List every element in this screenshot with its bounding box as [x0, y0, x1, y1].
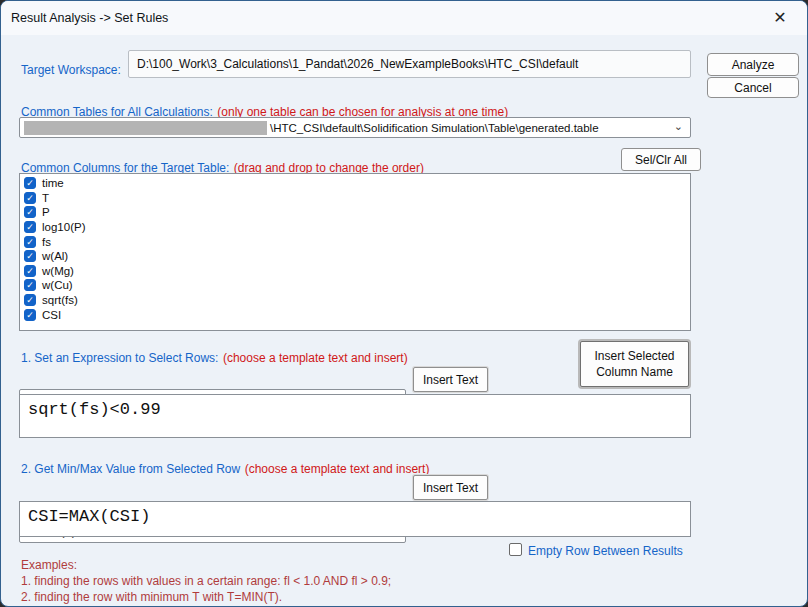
expr2-label: 2. Get Min/Max Value from Selected Row [21, 462, 240, 476]
column-checkbox-checked[interactable]: ✓ [24, 206, 36, 218]
cancel-button[interactable]: Cancel [707, 77, 799, 98]
empty-row-label: Empty Row Between Results [528, 544, 683, 558]
column-label: w(Al) [42, 250, 68, 262]
expr2-header: 2. Get Min/Max Value from Selected Row (… [21, 459, 581, 477]
column-checkbox-checked[interactable]: ✓ [24, 221, 36, 233]
column-label: log10(P) [42, 221, 85, 233]
dialog-title: Result Analysis -> Set Rules [1, 11, 168, 25]
expr1-header: 1. Set an Expression to Select Rows: (ch… [21, 348, 581, 366]
column-checkbox-checked[interactable]: ✓ [24, 236, 36, 248]
column-checkbox-checked[interactable]: ✓ [24, 309, 36, 321]
column-checkbox-checked[interactable]: ✓ [24, 192, 36, 204]
column-checkbox-checked[interactable]: ✓ [24, 294, 36, 306]
expr1-textarea[interactable]: sqrt(fs)<0.99 [19, 394, 691, 438]
column-row[interactable]: ✓P [20, 205, 690, 220]
example-line-2: 2. finding the row with minimum T with T… [21, 590, 282, 604]
column-checkbox-checked[interactable]: ✓ [24, 265, 36, 277]
column-label: time [42, 177, 64, 189]
columns-listbox[interactable]: ✓time✓T✓P✓log10(P)✓fs✓w(Al)✓w(Mg)✓w(Cu)✓… [19, 173, 691, 331]
analyze-button[interactable]: Analyze [707, 53, 799, 76]
column-label: w(Mg) [42, 265, 74, 277]
result-analysis-dialog: Result Analysis -> Set Rules ✕ Target Wo… [0, 0, 808, 607]
column-label: fs [42, 236, 51, 248]
column-row[interactable]: ✓w(Mg) [20, 264, 690, 279]
chevron-down-icon[interactable]: ⌄ [674, 120, 683, 133]
column-row[interactable]: ✓w(Al) [20, 249, 690, 264]
column-row[interactable]: ✓fs [20, 234, 690, 249]
column-label: T [42, 192, 49, 204]
expr2-hint: (choose a template text and insert) [245, 462, 430, 476]
column-label: P [42, 206, 50, 218]
examples-title: Examples: [21, 558, 77, 572]
column-checkbox-checked[interactable]: ✓ [24, 177, 36, 189]
insert-selected-column-button[interactable]: Insert Selected Column Name [580, 341, 689, 387]
target-workspace-label: Target Workspace: [21, 63, 121, 77]
insert-text-button-2[interactable]: Insert Text [413, 475, 488, 500]
expr1-label: 1. Set an Expression to Select Rows: [21, 351, 218, 365]
table-combo-value: \HTC_CSI\default\Solidification Simulati… [270, 122, 599, 134]
empty-row-checkbox[interactable] [509, 543, 522, 556]
insert-text-button-1[interactable]: Insert Text [413, 367, 488, 392]
column-row[interactable]: ✓time [20, 176, 690, 191]
column-row[interactable]: ✓log10(P) [20, 220, 690, 235]
redacted-path-block [24, 121, 267, 135]
column-label: CSI [42, 309, 61, 321]
column-row[interactable]: ✓CSI [20, 307, 690, 322]
insert-selected-column-line1: Insert Selected [594, 348, 674, 364]
column-row[interactable]: ✓sqrt(fs) [20, 293, 690, 308]
target-workspace-field[interactable]: D:\100_Work\3_Calculations\1_Pandat\2026… [128, 50, 691, 78]
expr1-hint: (choose a template text and insert) [223, 351, 408, 365]
expr2-textarea[interactable]: CSI=MAX(CSI) [19, 501, 691, 537]
column-checkbox-checked[interactable]: ✓ [24, 250, 36, 262]
column-label: sqrt(fs) [42, 294, 78, 306]
close-icon[interactable]: ✕ [761, 3, 799, 31]
example-line-1: 1. finding the rows with values in a cer… [21, 574, 391, 588]
table-select-combo[interactable]: \HTC_CSI\default\Solidification Simulati… [19, 117, 691, 138]
column-row[interactable]: ✓T [20, 191, 690, 206]
insert-selected-column-line2: Column Name [596, 364, 673, 380]
title-bar: Result Analysis -> Set Rules ✕ [1, 1, 807, 35]
sel-clr-all-button[interactable]: Sel/Clr All [621, 148, 701, 171]
column-row[interactable]: ✓w(Cu) [20, 278, 690, 293]
column-label: w(Cu) [42, 279, 73, 291]
column-checkbox-checked[interactable]: ✓ [24, 279, 36, 291]
